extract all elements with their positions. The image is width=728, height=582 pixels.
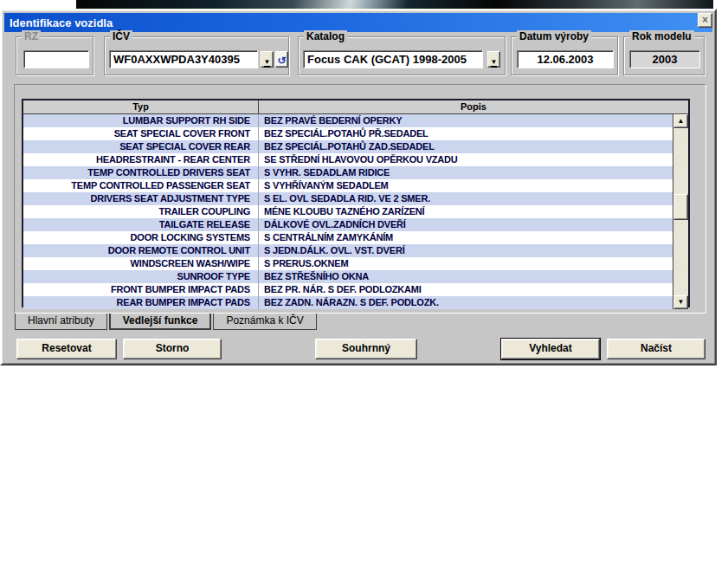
popis-cell: BEZ SPECIÁL.POTAHŮ PŘ.SEDADEL [259, 127, 688, 140]
katalog-input[interactable]: Focus CAK (GCAT) 1998-2005 [303, 50, 483, 68]
popis-cell: BEZ SPECIÁL.POTAHŮ ZAD.SEDADEL [259, 140, 688, 153]
icv-input[interactable]: WF0AXXWPDA3Y40395 [109, 50, 258, 68]
table-row[interactable]: DRIVERS SEAT ADJUSTMENT TYPES EL. OVL SE… [23, 192, 688, 205]
icv-dropdown-button[interactable]: ▼ [261, 51, 274, 68]
table-row[interactable]: TRAILER COUPLINGMÉNE KLOUBU TAZNÉHO ZARÍ… [23, 205, 688, 218]
table-row[interactable]: DOOR REMOTE CONTROL UNITS JEDN.DÁLK. OVL… [23, 244, 688, 257]
typ-cell: HEADRESTRAINT - REAR CENTER [23, 153, 259, 166]
table-row[interactable]: TAILGATE RELEASEDÁLKOVÉ OVL.ZADNÍCH DVEŘ… [23, 218, 688, 231]
typ-cell: DOOR REMOTE CONTROL UNIT [23, 244, 259, 257]
popis-cell: S EL. OVL SEDADLA RID. VE 2 SMER. [259, 192, 688, 205]
typ-cell: REAR BUMPER IMPACT PADS [23, 296, 259, 309]
typ-cell: SUNROOF TYPE [23, 270, 259, 283]
typ-cell: SEAT SPECIAL COVER REAR [23, 140, 259, 153]
souhrnny-button[interactable]: Souhrnný [315, 339, 417, 359]
icv-history-button[interactable]: ↺ [275, 51, 288, 68]
tab-strip: Hlavní atributyVedlejší funkcePoznámka k… [15, 314, 317, 330]
popis-cell: MÉNE KLOUBU TAZNÉHO ZARÍZENÍ [259, 205, 688, 218]
dropdown-arrow-icon: ▼ [264, 58, 271, 68]
katalog-dropdown-button[interactable]: ▼ [487, 51, 500, 68]
popis-cell: S PRERUS.OKNEM [259, 257, 688, 270]
typ-cell: LUMBAR SUPPORT RH SIDE [23, 114, 259, 127]
tab-poznamka-k-icv[interactable]: Poznámka k IČV [213, 314, 316, 330]
identifikace-vozidla-dialog: Identifikace vozidla × RZ IČV WF0AXXWPDA… [0, 9, 717, 365]
popis-cell: BEZ STŘEŠNÍHO OKNA [259, 270, 688, 283]
tab-vedlejsi-funkce[interactable]: Vedlejší funkce [109, 314, 212, 330]
rz-input[interactable] [23, 50, 89, 68]
scrollbar-thumb[interactable] [673, 194, 688, 220]
scroll-down-button[interactable]: ▼ [673, 295, 688, 309]
table-row[interactable]: REAR BUMPER IMPACT PADSBEZ ZADN. NÁRAZN.… [23, 296, 688, 309]
typ-cell: TRAILER COUPLING [23, 205, 259, 218]
popis-cell: S CENTRÁLNÍM ZAMYKÁNÍM [259, 231, 688, 244]
table-row[interactable]: TEMP CONTROLLED DRIVERS SEATS VYHR. SEDA… [23, 166, 688, 179]
katalog-group: Katalog Focus CAK (GCAT) 1998-2005 ▼ [298, 36, 506, 75]
vyhledat-button[interactable]: Vyhledat [501, 339, 600, 359]
table-body: LUMBAR SUPPORT RH SIDEBEZ PRAVÉ BEDERNÍ … [23, 114, 688, 309]
column-header-typ[interactable]: Typ [23, 100, 259, 113]
popis-cell: S VYHŘÍVANÝM SEDADLEM [259, 179, 688, 192]
table-row[interactable]: WINDSCREEN WASH/WIPES PRERUS.OKNEM [23, 257, 688, 270]
table-header: Typ Popis [23, 100, 688, 114]
rok-modelu-group: Rok modelu 2003 [623, 36, 705, 75]
popis-cell: BEZ ZADN. NÁRAZN. S DEF. PODLOZK. [259, 296, 688, 309]
popis-cell: BEZ PRAVÉ BEDERNÍ OPERKY [259, 114, 688, 127]
datum-vyroby-group: Datum výroby 12.06.2003 [511, 36, 618, 75]
typ-cell: DRIVERS SEAT ADJUSTMENT TYPE [23, 192, 259, 205]
popis-cell: DÁLKOVÉ OVL.ZADNÍCH DVEŘÍ [259, 218, 688, 231]
dropdown-arrow-icon: ▼ [491, 58, 498, 68]
icv-group: IČV WF0AXXWPDA3Y40395 ▼ ↺ [104, 36, 289, 75]
storno-button[interactable]: Storno [123, 339, 222, 359]
history-refresh-icon: ↺ [277, 54, 286, 68]
popis-cell: S VYHR. SEDADLAM RIDICE [259, 166, 688, 179]
typ-cell: SEAT SPECIAL COVER FRONT [23, 127, 259, 140]
table-row[interactable]: SUNROOF TYPEBEZ STŘEŠNÍHO OKNA [23, 270, 688, 283]
close-icon: × [702, 14, 708, 26]
datum-vyroby-label: Datum výroby [517, 30, 591, 42]
tab-hlavni-atributy[interactable]: Hlavní atributy [15, 314, 107, 330]
popis-cell: BEZ PR. NÁR. S DEF. PODLOZKAMI [259, 283, 688, 296]
table-row[interactable]: LUMBAR SUPPORT RH SIDEBEZ PRAVÉ BEDERNÍ … [23, 114, 688, 127]
table-row[interactable]: DOOR LOCKING SYSTEMSS CENTRÁLNÍM ZAMYKÁN… [23, 231, 688, 244]
icv-label: IČV [110, 30, 132, 42]
vertical-scrollbar[interactable]: ▲ ▼ [673, 114, 688, 309]
popis-cell: S JEDN.DÁLK. OVL. VST. DVERÍ [259, 244, 688, 257]
typ-cell: FRONT BUMPER IMPACT PADS [23, 283, 259, 296]
resetovat-button[interactable]: Resetovat [16, 339, 117, 359]
table-row[interactable]: HEADRESTRAINT - REAR CENTERSE STŘEDNÍ HL… [23, 153, 688, 166]
rok-modelu-value: 2003 [629, 50, 700, 68]
table-row[interactable]: SEAT SPECIAL COVER FRONTBEZ SPECIÁL.POTA… [23, 127, 688, 140]
typ-cell: WINDSCREEN WASH/WIPE [23, 257, 259, 270]
typ-cell: TAILGATE RELEASE [23, 218, 259, 231]
rz-group: RZ [16, 36, 93, 75]
typ-cell: TEMP CONTROLLED PASSENGER SEAT [23, 179, 259, 192]
katalog-label: Katalog [304, 30, 347, 42]
popis-cell: SE STŘEDNÍ HLAVOVOU OPĚRKOU VZADU [259, 153, 688, 166]
datum-vyroby-input[interactable]: 12.06.2003 [517, 50, 614, 68]
scroll-up-button[interactable]: ▲ [673, 114, 688, 128]
scroll-down-icon: ▼ [678, 298, 685, 306]
table-row[interactable]: SEAT SPECIAL COVER REARBEZ SPECIÁL.POTAH… [23, 140, 688, 153]
scroll-up-icon: ▲ [678, 117, 685, 125]
table-row[interactable]: FRONT BUMPER IMPACT PADSBEZ PR. NÁR. S D… [23, 283, 688, 296]
close-button[interactable]: × [698, 13, 712, 28]
typ-cell: DOOR LOCKING SYSTEMS [23, 231, 259, 244]
rok-modelu-label: Rok modelu [629, 30, 694, 42]
titlebar[interactable]: Identifikace vozidla [4, 13, 712, 32]
window-title: Identifikace vozidla [10, 16, 113, 29]
typ-cell: TEMP CONTROLLED DRIVERS SEAT [23, 166, 259, 179]
attributes-table: Typ Popis LUMBAR SUPPORT RH SIDEBEZ PRAV… [22, 99, 690, 307]
table-row[interactable]: TEMP CONTROLLED PASSENGER SEATS VYHŘÍVAN… [23, 179, 688, 192]
rz-label: RZ [22, 30, 41, 42]
column-header-popis[interactable]: Popis [259, 100, 688, 113]
nacist-button[interactable]: Načíst [607, 339, 705, 359]
